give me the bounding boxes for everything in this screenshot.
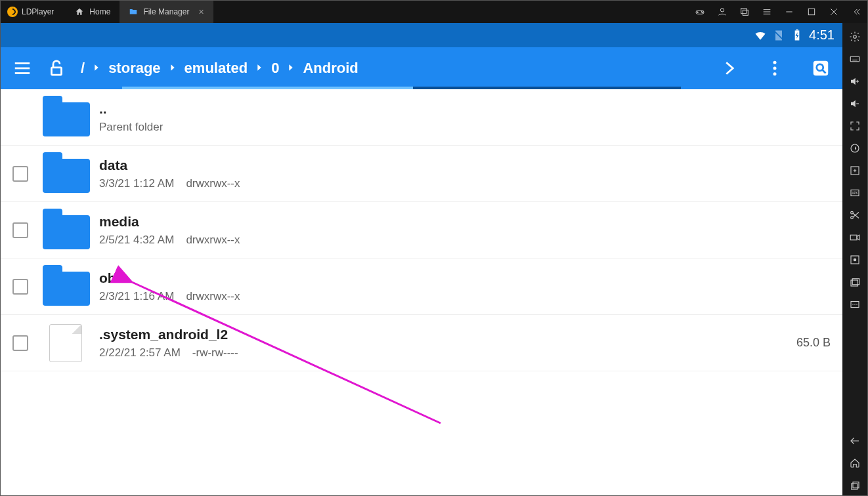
sync-icon[interactable] [844, 138, 866, 158]
breadcrumb-root[interactable]: / [81, 60, 85, 77]
list-item[interactable]: obb 2/3/21 1:16 AMdrwxrwx--x [1, 258, 842, 315]
overflow-menu-icon[interactable] [765, 58, 785, 78]
emulator-name: LDPlayer [22, 7, 54, 16]
svg-point-4 [702, 12, 703, 13]
close-icon[interactable]: × [198, 7, 204, 17]
multi-window-icon[interactable] [733, 1, 756, 23]
svg-point-5 [720, 9, 724, 12]
chevron-right-icon [91, 60, 102, 77]
volume-up-icon[interactable] [844, 72, 866, 91]
android-statusbar: 4:51 [1, 23, 842, 47]
folder-icon [129, 7, 138, 16]
emulator-logo: LDPlayer [1, 1, 66, 23]
wifi-icon [754, 29, 767, 42]
recents-icon[interactable] [844, 476, 866, 495]
unlock-icon[interactable] [47, 58, 66, 78]
apk-install-icon[interactable]: APK [844, 183, 866, 203]
tab-label: File Manager [143, 7, 189, 16]
checkbox[interactable] [12, 279, 28, 295]
svg-point-42 [856, 304, 857, 305]
item-name: data [99, 157, 831, 173]
svg-text:APK: APK [852, 192, 857, 195]
scissors-icon[interactable] [844, 205, 866, 225]
file-manager-toolbar: / storage emulated 0 Android [1, 47, 842, 89]
tab-home[interactable]: Home [66, 1, 119, 23]
search-icon[interactable] [811, 58, 831, 78]
svg-rect-44 [853, 482, 859, 488]
svg-rect-37 [851, 280, 858, 286]
user-icon[interactable] [711, 1, 733, 23]
folder-icon [43, 98, 90, 136]
list-item[interactable]: .system_android_l2 2/22/21 2:57 AM-rw-rw… [1, 315, 842, 371]
status-time: 4:51 [809, 28, 835, 43]
video-record-icon[interactable] [844, 228, 866, 247]
svg-point-40 [852, 304, 854, 305]
minimize-icon[interactable] [778, 1, 800, 23]
checkbox[interactable] [12, 335, 28, 351]
item-name: media [99, 214, 831, 230]
svg-line-32 [853, 213, 859, 218]
svg-rect-56 [814, 61, 829, 76]
item-perm: drwxrwx--x [186, 234, 240, 247]
list-item[interactable]: media 2/5/21 4:32 AMdrwxrwx--x [1, 202, 842, 258]
svg-rect-38 [852, 279, 859, 285]
home-nav-icon[interactable] [844, 453, 866, 473]
home-icon [75, 7, 84, 16]
list-item[interactable]: data 3/3/21 1:12 AMdrwxrwx--x [1, 146, 842, 202]
keyboard-icon[interactable] [844, 49, 866, 69]
file-list: .. Parent folder data 3/3/21 1:12 AMdrwx… [1, 89, 842, 495]
add-panel-icon[interactable] [844, 161, 866, 180]
item-name: .system_android_l2 [99, 327, 796, 342]
maximize-icon[interactable] [800, 1, 823, 23]
svg-point-3 [701, 11, 702, 12]
breadcrumb: / storage emulated 0 Android [81, 47, 705, 89]
svg-point-54 [773, 67, 777, 70]
item-date: 2/3/21 1:16 AM [99, 290, 174, 303]
item-name: .. [99, 101, 831, 117]
close-window-icon[interactable] [823, 1, 845, 23]
svg-rect-6 [741, 9, 747, 14]
operation-record-icon[interactable] [844, 250, 866, 270]
list-item-parent[interactable]: .. Parent folder [1, 89, 842, 146]
breadcrumb-seg[interactable]: 0 [271, 60, 279, 77]
svg-rect-7 [743, 10, 748, 15]
back-icon[interactable] [844, 431, 866, 451]
forward-icon[interactable] [719, 58, 739, 78]
item-perm: drwxrwx--x [186, 177, 240, 190]
breadcrumb-seg[interactable]: storage [108, 60, 160, 77]
collapse-sidebar-icon[interactable] [845, 1, 867, 23]
svg-rect-16 [850, 56, 859, 62]
svg-line-33 [853, 213, 859, 218]
fullscreen-icon[interactable] [844, 116, 866, 136]
svg-rect-34 [850, 235, 857, 240]
checkbox[interactable] [12, 222, 28, 238]
breadcrumb-seg[interactable]: Android [303, 60, 358, 77]
window-titlebar: LDPlayer Home File Manager × [1, 1, 867, 23]
volume-down-icon[interactable] [844, 94, 866, 114]
emulator-side-toolbar: APK [842, 23, 867, 495]
tab-file-manager[interactable]: File Manager × [119, 1, 213, 23]
item-perm: drwxrwx--x [186, 290, 240, 303]
breadcrumb-seg[interactable]: emulated [184, 60, 248, 77]
menu-icon[interactable] [756, 1, 778, 23]
svg-point-55 [773, 72, 777, 75]
svg-rect-48 [796, 29, 798, 30]
svg-point-15 [854, 35, 857, 39]
svg-point-41 [854, 304, 856, 305]
gamepad-icon[interactable] [689, 1, 711, 23]
more-icon[interactable] [844, 295, 866, 314]
item-perm: -rw-rw---- [192, 346, 238, 360]
checkbox[interactable] [12, 166, 28, 182]
chevron-right-icon [167, 60, 178, 77]
file-icon [43, 324, 90, 362]
hamburger-menu-icon[interactable] [12, 58, 32, 78]
settings-gear-icon[interactable] [844, 27, 866, 47]
svg-point-36 [854, 258, 857, 262]
item-size: 65.0 B [796, 336, 831, 350]
folder-icon [43, 155, 90, 193]
tab-label: Home [89, 7, 110, 16]
folder-icon [43, 211, 90, 249]
svg-rect-52 [52, 68, 62, 75]
multi-instance-icon[interactable] [844, 272, 866, 292]
svg-rect-12 [808, 9, 814, 14]
